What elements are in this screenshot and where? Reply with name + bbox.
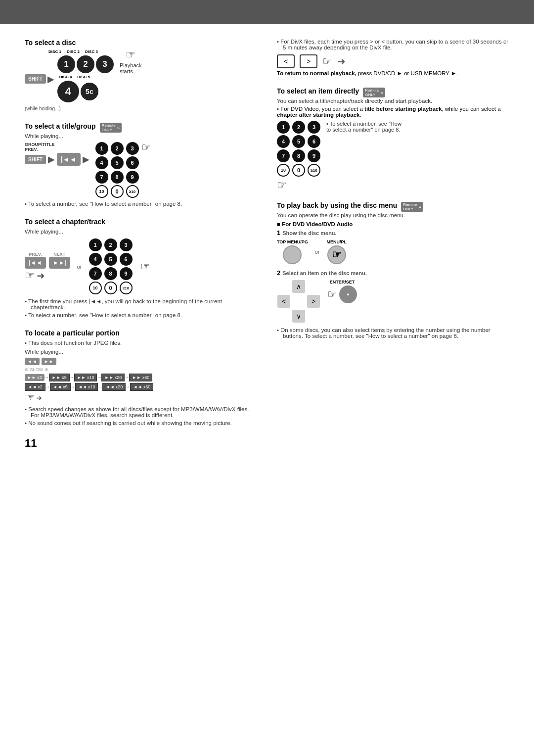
left-arrow[interactable]: < — [277, 295, 290, 308]
num-8b[interactable]: 8 — [104, 267, 117, 280]
page-number: 11 — [25, 437, 257, 450]
bullet-chapter-1: The first time you press |◄◄, you will g… — [25, 298, 257, 310]
num-9[interactable]: 9 — [126, 171, 139, 184]
less-button[interactable]: < — [277, 54, 295, 68]
num-5c[interactable]: 5 — [292, 135, 305, 148]
hand-icon: ☞ — [126, 49, 135, 60]
section-title-select-item: To select an item directly — [277, 87, 359, 95]
num-2[interactable]: 2 — [111, 142, 124, 155]
disc-btn-2[interactable]: 2 — [77, 55, 94, 73]
num-10b[interactable]: 10 — [89, 282, 102, 294]
prev-button[interactable]: |◄◄ — [25, 257, 46, 269]
num-5[interactable]: 5 — [111, 156, 124, 169]
num-10c[interactable]: 10 — [277, 164, 290, 177]
num-2c[interactable]: 2 — [292, 121, 305, 134]
num-8[interactable]: 8 — [111, 171, 124, 184]
right-column: For DivX files, each time you press > or… — [277, 39, 509, 450]
spd-x20: ►► x20 — [101, 374, 125, 381]
num-4c[interactable]: 4 — [277, 135, 290, 148]
nav-cross: ∧ < > ∨ — [277, 280, 320, 323]
num-7[interactable]: 7 — [95, 171, 108, 184]
arr7: → — [98, 384, 102, 389]
num-9c[interactable]: 9 — [308, 149, 320, 162]
num-10[interactable]: 10 — [95, 185, 108, 198]
hand-icon-6: ☞ — [277, 179, 287, 191]
remote-only-badge-3: RemoteONLY » — [401, 202, 423, 212]
num-1[interactable]: 1 — [95, 142, 108, 155]
num-8c[interactable]: 8 — [292, 149, 305, 162]
num-4[interactable]: 4 — [95, 156, 108, 169]
disc-btn-3[interactable]: 3 — [96, 55, 114, 73]
menu-pl-label: MENU/PL — [326, 239, 347, 244]
remote-text: RemoteONLY — [102, 123, 116, 132]
fwd-btn[interactable]: ►► — [42, 358, 56, 365]
num-3b[interactable]: 3 — [120, 238, 133, 251]
disc-btn-4[interactable]: 4 — [57, 81, 79, 102]
group-title-diagram: GROUP/TITLEPREV. SHIFT ▶ |◄◄ ▶ 1 — [25, 142, 257, 198]
num-6c[interactable]: 6 — [308, 135, 320, 148]
num-6b[interactable]: 6 — [120, 253, 133, 266]
num-4b[interactable]: 4 — [89, 253, 102, 266]
section-title-select-disc: To select a disc — [25, 39, 257, 47]
disc-btn-1[interactable]: 1 — [57, 55, 75, 73]
step1-diagram: TOP MENU/PG or MENU/PL ☞ — [277, 239, 509, 264]
num-9b[interactable]: 9 — [120, 267, 133, 280]
shift-button[interactable]: SHIFT — [25, 74, 46, 84]
right-arrow[interactable]: > — [307, 295, 320, 308]
num-1c[interactable]: 1 — [277, 121, 290, 134]
num-grid-1: 1 2 3 4 5 6 7 8 9 10 0 ≥10 — [95, 142, 140, 198]
num-10plusb[interactable]: ≥10 — [120, 282, 133, 294]
slow-back-icon: ⊜ SLOW ⊕ — [25, 367, 48, 372]
rev-x2: ◄◄ x2 — [25, 383, 45, 391]
num-0c[interactable]: 0 — [292, 164, 305, 177]
return-bold: To return to normal playback, — [277, 70, 356, 76]
bullet-chapter-2: To select a number, see "How to select a… — [25, 312, 257, 318]
remote-only-badge: RemoteONLY » — [100, 123, 122, 133]
section-divx: For DivX files, each time you press > or… — [277, 39, 509, 76]
section-title-disc-menu: To play back by using the disc menu — [277, 201, 397, 209]
num-note: • To select a number, see "How to select… — [326, 121, 405, 133]
num-1b[interactable]: 1 — [89, 238, 102, 251]
num-3[interactable]: 3 — [126, 142, 139, 155]
num-7c[interactable]: 7 — [277, 149, 290, 162]
arrow-right-icon-3: ➜ — [337, 55, 346, 67]
shift-button-2[interactable]: SHIFT — [25, 155, 46, 164]
select-item-intro: You can select a title/chapter/track dir… — [277, 98, 509, 104]
bullet-select-number-title: To select a number, see "How to select a… — [25, 201, 257, 207]
remote-only-badge-2: RemoteONLY » — [363, 88, 385, 97]
section-select-title: To select a title/group RemoteONLY » Whi… — [25, 122, 257, 207]
reverse-speed-seq: ◄◄ x2 → ◄◄ x5 → ◄◄ x10 → ◄◄ x20 → ◄◄ x60 — [25, 383, 257, 391]
menu-pl-button[interactable]: ☞ — [327, 245, 346, 264]
num-grid-3: 1 2 3 4 5 6 7 8 9 10 0 ≥10 — [277, 121, 321, 177]
step1-num: 1 — [277, 229, 280, 236]
section-title-title-group: To select a title/group — [25, 122, 96, 130]
down-arrow[interactable]: ∨ — [292, 310, 305, 323]
hand-icon-2: ☞ — [141, 142, 151, 153]
num-2b[interactable]: 2 — [104, 238, 117, 251]
greater-button[interactable]: > — [300, 54, 317, 68]
bullet-divx: For DivX files, each time you press > or… — [277, 39, 509, 50]
arrow-icon-3: ▶ — [83, 154, 89, 165]
num-10plusc[interactable]: ≥10 — [308, 164, 320, 177]
num-10plus[interactable]: ≥10 — [126, 185, 139, 198]
num-7b[interactable]: 7 — [89, 267, 102, 280]
num-0b[interactable]: 0 — [104, 282, 117, 294]
num-grid-2: 1 2 3 4 5 6 7 8 9 10 0 ≥10 — [89, 238, 134, 294]
rev-x20: ◄◄ x20 — [102, 383, 126, 391]
enter-set-button[interactable]: ● — [339, 285, 357, 303]
num-6[interactable]: 6 — [126, 156, 139, 169]
disc-grid: 1 2 3 DISC 4 DISC 5 — [57, 55, 114, 102]
num-0[interactable]: 0 — [111, 185, 124, 198]
up-arrow[interactable]: ∧ — [292, 280, 305, 293]
disc-diagram: DISC 1 DISC 2 DISC 3 SHIFT ▶ 1 — [25, 49, 257, 111]
disc-btn-5[interactable]: 5c — [81, 83, 98, 100]
group-prev-button[interactable]: |◄◄ — [57, 153, 81, 166]
rewind-btn[interactable]: ◄◄ — [25, 358, 40, 365]
num-5b[interactable]: 5 — [104, 253, 117, 266]
disc1-label: DISC 1 — [46, 49, 63, 54]
num-3c[interactable]: 3 — [308, 121, 320, 134]
next-button[interactable]: ►►| — [49, 257, 70, 269]
or-label-2: or — [315, 249, 320, 255]
top-menu-button[interactable] — [283, 245, 302, 264]
playback-label: Playbackstarts. — [120, 62, 142, 74]
